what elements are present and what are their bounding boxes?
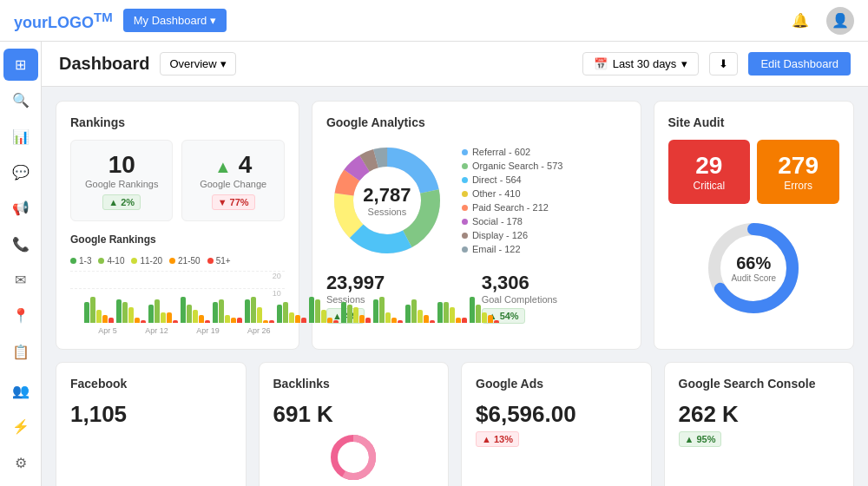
bar-segment bbox=[237, 318, 242, 323]
google-ads-title: Google Ads bbox=[476, 377, 637, 391]
score-label: Audit Score bbox=[731, 273, 776, 283]
bar-segment bbox=[359, 315, 365, 323]
bar-segment bbox=[385, 312, 391, 323]
bar-group bbox=[277, 302, 306, 323]
nav-icons: 🔔 👤 bbox=[788, 7, 854, 35]
sidebar-item-clipboard[interactable]: 📋 bbox=[3, 336, 38, 368]
bar-segment bbox=[161, 312, 166, 323]
header-bar: Dashboard Overview ▾ 📅 Last 30 days ▾ ⬇ … bbox=[42, 42, 868, 87]
bar-segment bbox=[327, 318, 332, 323]
bar-segment bbox=[321, 310, 326, 323]
bar-segment bbox=[181, 297, 186, 323]
google-change-badge: ▼ 77% bbox=[212, 194, 255, 210]
bar-segment bbox=[456, 318, 461, 323]
date-range-button[interactable]: 📅 Last 30 days ▾ bbox=[582, 52, 700, 76]
bar-segment bbox=[141, 320, 146, 323]
bar-segment bbox=[315, 299, 320, 323]
bar-segment bbox=[379, 297, 385, 323]
sidebar-item-users[interactable]: 👥 bbox=[3, 375, 38, 407]
bar-group bbox=[213, 299, 242, 323]
sidebar-item-settings[interactable]: ⚙ bbox=[3, 447, 38, 479]
google-rankings-metric: 10 Google Rankings ▲ 2% bbox=[70, 140, 173, 221]
legend-label-1-3: 1-3 bbox=[79, 256, 91, 266]
bar-segment bbox=[289, 312, 294, 323]
legend-dot-green bbox=[70, 258, 76, 264]
search-console-value: 262 K bbox=[679, 401, 840, 428]
sidebar-item-phone[interactable]: 📞 bbox=[3, 228, 38, 260]
sidebar-item-chat[interactable]: 💬 bbox=[3, 156, 38, 188]
sidebar-item-lightning[interactable]: ⚡ bbox=[3, 410, 38, 443]
legend-4-10: 4-10 bbox=[98, 256, 124, 266]
audit-score-area: 66% Audit Score bbox=[668, 216, 840, 320]
bar-segment bbox=[295, 315, 300, 323]
notification-icon[interactable]: 🔔 bbox=[788, 9, 812, 33]
bar-segment bbox=[462, 318, 467, 323]
legend-email: Email - 122 bbox=[462, 244, 563, 254]
bar-segment bbox=[187, 305, 192, 323]
legend-11-20: 11-20 bbox=[131, 256, 162, 266]
bar-segment bbox=[269, 320, 274, 323]
google-rankings-label: Google Rankings bbox=[82, 179, 161, 189]
label-paid: Paid Search - 212 bbox=[472, 202, 549, 213]
bar-segment bbox=[225, 315, 230, 323]
analytics-title: Google Analytics bbox=[326, 115, 627, 129]
my-dashboard-button[interactable]: My Dashboard ▾ bbox=[123, 9, 227, 32]
edit-dashboard-button[interactable]: Edit Dashboard bbox=[748, 52, 851, 76]
bar-segment bbox=[96, 310, 102, 323]
dot-email bbox=[462, 246, 468, 253]
sidebar-item-location[interactable]: 📍 bbox=[3, 299, 38, 332]
bar-segment bbox=[84, 302, 89, 323]
dashboard-btn-arrow: ▾ bbox=[210, 14, 216, 27]
sidebar-item-search[interactable]: 🔍 bbox=[3, 84, 38, 116]
analytics-donut-wrapper: 2,787 Sessions bbox=[326, 140, 448, 261]
avatar[interactable]: 👤 bbox=[826, 7, 854, 35]
dot-direct bbox=[462, 177, 468, 183]
bar-segment bbox=[245, 299, 250, 323]
label-other: Other - 410 bbox=[472, 188, 521, 199]
score-center: 66% Audit Score bbox=[731, 253, 776, 283]
errors-box: 279 Errors bbox=[757, 140, 839, 204]
sidebar-item-grid[interactable]: ⊞ bbox=[3, 49, 38, 81]
sessions-value: 23,997 bbox=[326, 272, 471, 294]
bar-group bbox=[309, 297, 339, 323]
bar-segment bbox=[398, 320, 403, 323]
bar-group bbox=[116, 299, 146, 323]
label-email: Email - 122 bbox=[472, 244, 521, 254]
rankings-metrics: 10 Google Rankings ▲ 2% ▲ 4 Google Chang… bbox=[70, 140, 285, 221]
logo-tm: TM bbox=[94, 10, 113, 24]
bar-segment bbox=[155, 299, 160, 323]
sidebar-item-mail[interactable]: ✉ bbox=[3, 264, 38, 296]
legend-paid: Paid Search - 212 bbox=[462, 202, 563, 213]
bar-segment bbox=[90, 297, 95, 323]
facebook-value: 1,105 bbox=[70, 401, 232, 428]
google-ads-badge: ▲ 13% bbox=[476, 431, 519, 447]
bar-group bbox=[148, 299, 178, 323]
bar-segment bbox=[122, 302, 128, 323]
bar-segment bbox=[263, 320, 268, 323]
bar-group bbox=[341, 302, 371, 323]
errors-label: Errors bbox=[769, 180, 827, 192]
overview-label: Overview bbox=[169, 57, 216, 70]
sidebar-item-megaphone[interactable]: 📢 bbox=[3, 192, 38, 224]
facebook-title: Facebook bbox=[70, 377, 232, 391]
goals-value: 3,306 bbox=[482, 272, 627, 294]
bar-group bbox=[84, 297, 114, 323]
legend-label-11-20: 11-20 bbox=[140, 256, 162, 266]
chart-legend: 1-3 4-10 11-20 bbox=[70, 256, 285, 266]
download-button[interactable]: ⬇ bbox=[709, 52, 738, 76]
sidebar-item-chart[interactable]: 📊 bbox=[3, 121, 38, 153]
errors-value: 279 bbox=[769, 152, 827, 180]
bar-segment bbox=[283, 302, 288, 323]
bar-segment bbox=[116, 299, 122, 323]
bar-segment bbox=[424, 315, 429, 323]
overview-button[interactable]: Overview ▾ bbox=[160, 52, 235, 76]
x-axis-labels: Apr 5 Apr 12 Apr 19 Apr 26 bbox=[70, 326, 285, 335]
bar-segment bbox=[219, 299, 224, 323]
facebook-card: Facebook 1,105 bbox=[56, 362, 247, 486]
legend-social: Social - 178 bbox=[462, 216, 563, 227]
label-referral: Referral - 602 bbox=[472, 147, 530, 157]
search-console-badge: ▲ 95% bbox=[679, 431, 722, 447]
audit-title: Site Audit bbox=[668, 115, 840, 129]
bar-segment bbox=[193, 310, 198, 323]
dashboard-content: Rankings 10 Google Rankings ▲ 2% ▲ 4 bbox=[42, 87, 868, 486]
